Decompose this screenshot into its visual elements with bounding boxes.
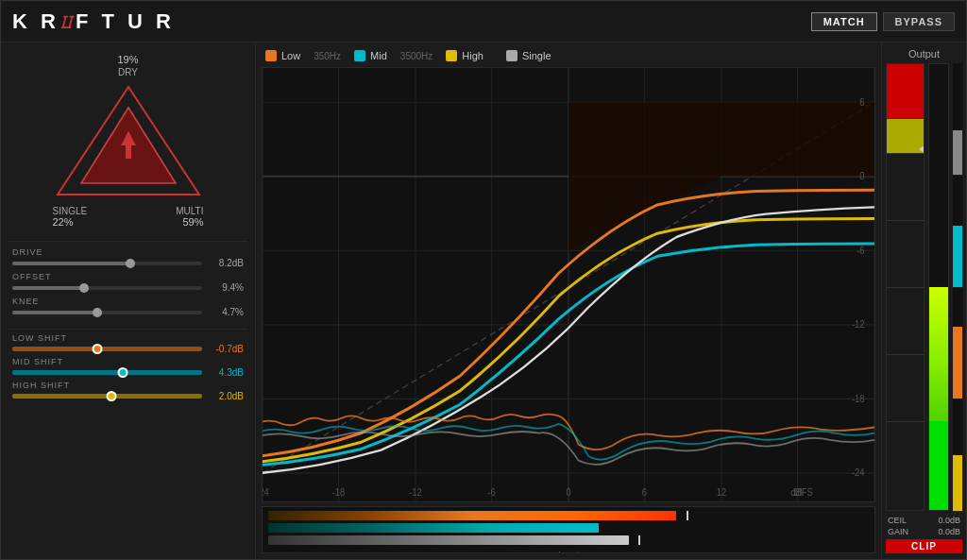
high-shift-row: HIGH SHIFT 2.0dB bbox=[12, 381, 244, 401]
header: K R ⨿ F T U R MATCH BYPASS bbox=[1, 1, 966, 42]
triangle-container[interactable] bbox=[53, 79, 204, 202]
legend-single-dot bbox=[506, 50, 517, 61]
single-percent: 22% bbox=[53, 216, 88, 228]
gain-label: GAIN bbox=[888, 527, 908, 536]
svg-text:-6: -6 bbox=[487, 486, 496, 498]
svg-text:18: 18 bbox=[792, 486, 803, 498]
output-controls: CEIL 0.0dB GAIN 0.0dB CLIP bbox=[886, 515, 962, 553]
chart-svg: dBFS -24 -18 -12 -6 0 6 12 18 6 0 -6 -12… bbox=[263, 68, 874, 501]
slider-group: DRIVE 8.2dB OFFSET bbox=[8, 241, 247, 323]
knee-label: KNEE bbox=[12, 297, 244, 306]
offset-label: OFFSET bbox=[12, 272, 244, 281]
high-shift-label: HIGH SHIFT bbox=[12, 381, 244, 390]
ceil-row: CEIL 0.0dB bbox=[886, 515, 962, 526]
input-meter-mid bbox=[268, 523, 869, 533]
triangle-svg bbox=[53, 79, 204, 202]
low-shift-control: -0.7dB bbox=[12, 344, 244, 354]
dry-label: DRY bbox=[118, 67, 138, 77]
logo: K R ⨿ F T U R bbox=[12, 9, 175, 34]
offset-row: OFFSET 9.4% bbox=[12, 272, 244, 293]
svg-text:0: 0 bbox=[859, 171, 865, 182]
low-shift-value: -0.7dB bbox=[208, 344, 244, 354]
legend-bar: Low 350Hz Mid 3500Hz High Single bbox=[262, 48, 875, 63]
ceil-value: 0.0dB bbox=[938, 516, 960, 525]
gain-row: GAIN 0.0dB bbox=[886, 526, 962, 537]
legend-single: Single bbox=[506, 50, 551, 61]
output-label: Output bbox=[908, 48, 940, 59]
offset-control: 9.4% bbox=[12, 282, 244, 293]
ceil-label: CEIL bbox=[888, 516, 907, 525]
high-shift-track[interactable] bbox=[12, 394, 202, 399]
center-panel: Low 350Hz Mid 3500Hz High Single bbox=[256, 42, 881, 559]
drive-control: 8.2dB bbox=[12, 258, 244, 268]
legend-low: Low bbox=[265, 50, 300, 61]
legend-high-dot bbox=[446, 50, 457, 61]
mid-shift-value: 4.3dB bbox=[208, 367, 244, 378]
multi-percent: 59% bbox=[176, 216, 203, 228]
svg-text:-18: -18 bbox=[332, 486, 346, 498]
offset-track[interactable] bbox=[12, 286, 202, 290]
legend-350hz: 350Hz bbox=[314, 51, 341, 61]
svg-text:-6: -6 bbox=[857, 245, 865, 256]
input-meter-low bbox=[268, 511, 869, 520]
main-container: K R ⨿ F T U R MATCH BYPASS 19% DRY bbox=[0, 0, 967, 560]
input-meter-single bbox=[268, 535, 869, 545]
svg-text:12: 12 bbox=[717, 486, 727, 498]
low-shift-row: LOW SHIFT -0.7dB bbox=[12, 333, 244, 354]
drive-value: 8.2dB bbox=[208, 258, 244, 268]
knee-row: KNEE 4.7% bbox=[12, 297, 244, 317]
knee-control: 4.7% bbox=[12, 307, 244, 317]
output-meter-secondary bbox=[928, 63, 949, 511]
mid-shift-label: MID SHIFT bbox=[12, 357, 244, 366]
legend-mid-label: Mid bbox=[370, 50, 387, 61]
svg-text:-12: -12 bbox=[409, 486, 422, 498]
input-meter-section: Input bbox=[262, 506, 875, 553]
output-meter-main bbox=[886, 63, 925, 511]
high-shift-value: 2.0dB bbox=[208, 391, 244, 401]
triangle-labels: SINGLE 22% MULTI 59% bbox=[53, 206, 204, 228]
mid-shift-track[interactable] bbox=[12, 370, 202, 375]
mid-shift-control: 4.3dB bbox=[12, 367, 244, 378]
dry-percent: 19% bbox=[117, 54, 138, 65]
single-label: SINGLE bbox=[53, 206, 88, 216]
chart-area: dBFS -24 -18 -12 -6 0 6 12 18 6 0 -6 -12… bbox=[262, 67, 875, 502]
content: 19% DRY bbox=[1, 42, 966, 559]
input-label: Input bbox=[263, 551, 874, 553]
high-shift-control: 2.0dB bbox=[12, 391, 244, 401]
low-shift-track[interactable] bbox=[12, 347, 202, 351]
triangle-section: 19% DRY bbox=[8, 50, 247, 235]
low-shift-label: LOW SHIFT bbox=[12, 333, 244, 343]
match-button[interactable]: MATCH bbox=[811, 12, 877, 31]
legend-low-dot bbox=[265, 50, 277, 61]
legend-mid: Mid bbox=[354, 50, 387, 61]
mid-shift-row: MID SHIFT 4.3dB bbox=[12, 357, 244, 378]
legend-3500hz: 3500Hz bbox=[400, 51, 433, 61]
output-meters bbox=[886, 63, 962, 511]
multi-label: MULTI bbox=[176, 206, 203, 216]
clip-button[interactable]: CLIP bbox=[886, 539, 962, 553]
shift-section: LOW SHIFT -0.7dB MID SHIFT bbox=[8, 329, 247, 405]
drive-label: DRIVE bbox=[12, 247, 244, 257]
header-buttons: MATCH BYPASS bbox=[811, 12, 955, 31]
legend-high-label: High bbox=[462, 50, 484, 61]
output-band-meters bbox=[953, 63, 962, 511]
bypass-button[interactable]: BYPASS bbox=[883, 12, 955, 31]
drive-track[interactable] bbox=[12, 262, 202, 265]
drive-row: DRIVE 8.2dB bbox=[12, 247, 244, 268]
svg-text:-24: -24 bbox=[263, 486, 269, 498]
legend-single-label: Single bbox=[522, 50, 551, 61]
right-panel: Output bbox=[881, 42, 966, 559]
knee-track[interactable] bbox=[12, 311, 202, 314]
svg-text:6: 6 bbox=[859, 96, 865, 108]
logo-a: ⨿ bbox=[59, 9, 76, 34]
legend-mid-dot bbox=[354, 50, 365, 61]
gain-value: 0.0dB bbox=[938, 527, 960, 536]
svg-text:0: 0 bbox=[566, 486, 571, 498]
legend-high: High bbox=[446, 50, 484, 61]
svg-text:-24: -24 bbox=[852, 467, 865, 479]
legend-low-label: Low bbox=[281, 50, 300, 61]
knee-value: 4.7% bbox=[208, 307, 244, 317]
svg-text:-18: -18 bbox=[852, 393, 865, 404]
svg-rect-4 bbox=[126, 145, 131, 159]
left-panel: 19% DRY bbox=[1, 42, 256, 559]
